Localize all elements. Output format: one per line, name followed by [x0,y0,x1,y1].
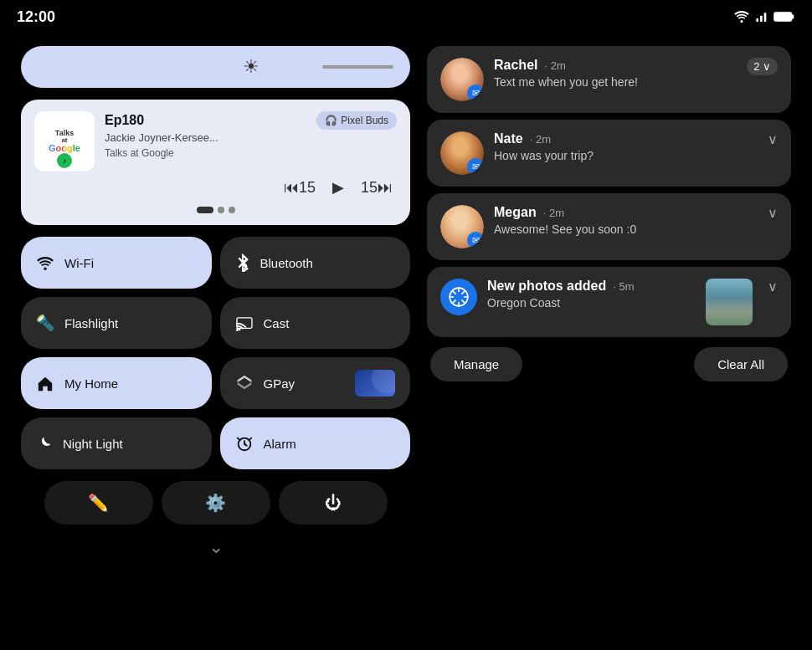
notification-photos[interactable]: New photos added · 5m Oregon Coast ∨ [427,267,791,337]
rachel-count-badge: 2 ∨ [747,58,778,75]
dot-2 [218,207,224,213]
signal-icon [755,10,768,23]
megan-time: · 2m [543,207,564,219]
album-art: Talks at Google ♪ [34,111,95,171]
media-player: Talks at Google ♪ Ep180 🎧 Pixel Buds Jac… [21,100,410,225]
photos-content: New photos added · 5m Oregon Coast [487,279,696,310]
alarm-label: Alarm [264,437,296,451]
wifi-label: Wi-Fi [64,256,94,270]
spotify-icon: ♪ [57,153,72,168]
status-time: 12:00 [17,8,55,26]
gpay-label: GPay [264,376,296,391]
nate-expand-button[interactable]: ∨ [768,131,778,147]
nate-avatar: ✉ [440,131,484,175]
photos-title: New photos added [487,279,606,294]
rachel-message: Text me when you get here! [494,75,737,89]
left-panel: ☀ Talks at Google ♪ Ep180 🎧 Pixel Buds [21,46,410,625]
gpay-icon [235,374,254,392]
edit-icon: ✏️ [88,493,109,513]
right-panel: ✉ Rachel · 2m Text me when you get here!… [427,46,791,625]
megan-expand-button[interactable]: ∨ [768,205,778,221]
notification-actions: Manage Clear All [427,347,791,381]
tile-flashlight[interactable]: 🔦 Flashlight [21,297,212,349]
photos-subtitle: Oregon Coast [487,296,696,310]
megan-name: Megan [494,205,537,220]
rachel-name: Rachel [494,58,537,73]
tile-alarm[interactable]: Alarm [220,417,411,469]
status-icons [733,10,795,23]
svg-rect-1 [756,18,758,22]
cast-label: Cast [264,316,290,330]
notification-nate[interactable]: ✉ Nate · 2m How was your trip? ∨ [427,120,791,187]
power-icon: ⏻ [325,494,342,513]
action-buttons: ✏️ ⚙️ ⏻ [21,481,410,525]
svg-point-6 [44,267,47,270]
svg-point-0 [740,20,743,23]
battery-icon [773,10,795,23]
svg-rect-3 [764,13,767,22]
wifi-icon [36,254,54,272]
media-info: Ep180 🎧 Pixel Buds Jackie Joyner-Kersee.… [105,111,397,159]
forward-button[interactable]: 15⏭ [361,179,393,197]
photos-time: · 5m [613,280,634,293]
photos-icon [440,279,477,315]
rachel-expand-button[interactable]: 2 ∨ [747,58,778,75]
quick-tiles-grid: Wi-Fi Bluetooth 🔦 Flashlight [21,237,410,469]
rachel-avatar: ✉ [440,58,484,101]
media-artist: Jackie Joyner-Kersee... [105,131,397,144]
tile-myhome[interactable]: My Home [21,357,212,409]
megan-message: Awesome! See you soon :0 [494,223,758,236]
nate-name: Nate [494,131,523,146]
manage-button[interactable]: Manage [430,347,522,381]
edit-button[interactable]: ✏️ [44,481,153,525]
wifi-status-icon [733,10,750,23]
status-bar: 12:00 [0,0,812,33]
rachel-notification-content: Rachel · 2m Text me when you get here! [494,58,737,89]
nate-time: · 2m [530,133,551,146]
gpay-card [355,370,395,397]
rewind-button[interactable]: ⏮15 [284,179,316,197]
brightness-line [322,65,393,69]
pixel-buds-badge: 🎧 Pixel Buds [316,111,397,130]
notification-megan[interactable]: ✉ Megan · 2m Awesome! See you soon :0 ∨ [427,193,791,260]
tile-cast[interactable]: Cast [220,297,411,349]
brightness-slider[interactable]: ☀ [21,46,410,88]
media-album: Talks at Google [105,147,397,159]
alarm-icon [235,434,254,453]
chevron-down[interactable]: ⌄ [21,536,410,558]
media-player-top: Talks at Google ♪ Ep180 🎧 Pixel Buds Jac… [34,111,397,171]
photos-expand-button[interactable]: ∨ [768,279,778,294]
brightness-icon: ☀ [243,56,260,78]
nightlight-label: Night Light [63,437,123,451]
tile-gpay[interactable]: GPay [220,357,411,409]
nate-notification-content: Nate · 2m How was your trip? [494,131,758,162]
cast-icon [235,315,254,332]
svg-point-10 [236,329,239,331]
myhome-label: My Home [64,376,118,391]
settings-button[interactable]: ⚙️ [162,481,270,525]
settings-icon: ⚙️ [205,493,226,513]
clear-all-button[interactable]: Clear All [694,347,788,381]
tile-bluetooth[interactable]: Bluetooth [220,237,411,289]
megan-notification-content: Megan · 2m Awesome! See you soon :0 [494,205,758,236]
power-button[interactable]: ⏻ [279,481,388,525]
svg-rect-4 [774,13,792,21]
tile-wifi[interactable]: Wi-Fi [21,237,212,289]
bluetooth-icon [235,253,250,272]
flashlight-icon: 🔦 [36,314,54,332]
media-controls: ⏮15 ▶ 15⏭ [34,178,397,197]
play-button[interactable]: ▶ [332,178,344,197]
megan-avatar: ✉ [440,205,484,248]
megan-message-badge: ✉ [467,232,484,248]
flashlight-label: Flashlight [64,316,118,330]
dot-3 [229,207,235,213]
svg-rect-5 [792,14,794,18]
message-badge: ✉ [467,84,484,101]
nightlight-icon [36,434,53,453]
notification-rachel[interactable]: ✉ Rachel · 2m Text me when you get here!… [427,46,791,113]
bluetooth-label: Bluetooth [260,256,313,270]
tile-nightlight[interactable]: Night Light [21,417,212,469]
nate-message: How was your trip? [494,149,758,162]
chevron-down-icon: ⌄ [208,536,224,558]
media-title: Ep180 [105,113,144,128]
